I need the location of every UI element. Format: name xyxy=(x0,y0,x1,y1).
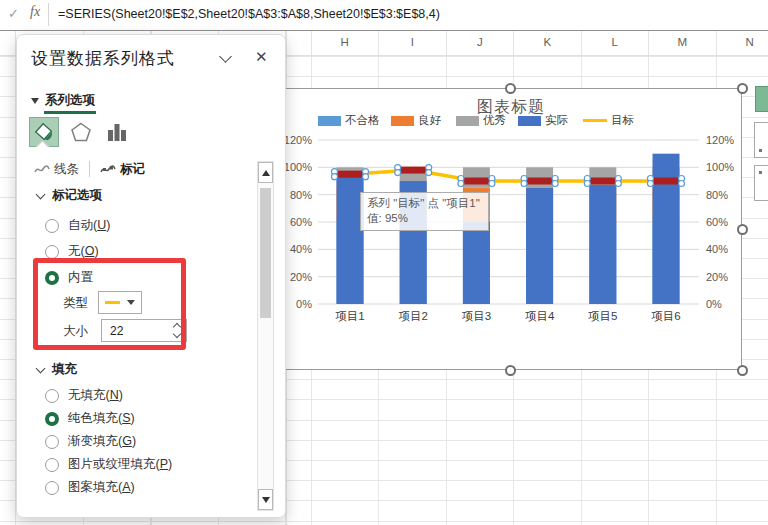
svg-text:40%: 40% xyxy=(706,243,728,255)
active-section-underline xyxy=(44,111,96,114)
tab-line[interactable]: 线条 xyxy=(34,161,79,178)
radio-icon[interactable] xyxy=(45,458,59,472)
svg-text:20%: 20% xyxy=(290,271,312,283)
chart-handle-right[interactable] xyxy=(737,224,748,235)
formula-bar: ✓ fx =SERIES(Sheet20!$E$2,Sheet20!$A$3:$… xyxy=(0,0,768,30)
chart-handle-bottom-right[interactable] xyxy=(737,365,748,376)
tab-marker[interactable]: 标记 xyxy=(100,161,145,178)
svg-text:100%: 100% xyxy=(706,161,734,173)
tab-marker-label: 标记 xyxy=(120,161,145,178)
svg-text:80%: 80% xyxy=(290,189,312,201)
formula-input[interactable]: =SERIES(Sheet20!$E$2,Sheet20!$A$3:$A$8,S… xyxy=(58,7,440,21)
fill-gradient-radio[interactable]: 渐变填充(G) xyxy=(45,433,136,450)
radio-label: 图片或纹理填充(P) xyxy=(68,456,172,473)
fill-pattern-radio[interactable]: 图案填充(A) xyxy=(45,479,135,496)
radio-icon[interactable] xyxy=(45,481,59,495)
clipped-button-1[interactable] xyxy=(754,122,768,158)
svg-text:80%: 80% xyxy=(706,189,728,201)
legend-item-实际[interactable]: 实际 xyxy=(518,113,568,128)
legend-item-良好[interactable]: 良好 xyxy=(391,113,441,128)
radio-icon[interactable] xyxy=(45,435,59,449)
fill-picture-radio[interactable]: 图片或纹理填充(P) xyxy=(45,456,172,473)
tooltip-series-line: 系列 "目标" 点 "项目1" xyxy=(367,196,482,211)
scroll-down-button[interactable] xyxy=(258,489,273,510)
triangle-down-icon xyxy=(31,98,39,104)
radio-label: 纯色填充(S) xyxy=(68,410,135,427)
legend-item-目标[interactable]: 目标 xyxy=(583,113,634,128)
legend-label: 目标 xyxy=(611,113,634,128)
chevron-down-icon xyxy=(36,363,46,373)
divider xyxy=(48,3,49,26)
radio-icon[interactable] xyxy=(45,219,59,233)
svg-text:120%: 120% xyxy=(284,134,312,146)
svg-text:项目2: 项目2 xyxy=(398,310,427,322)
radio-label: 无填充(N) xyxy=(68,387,123,404)
svg-text:60%: 60% xyxy=(706,216,728,228)
legend-item-不合格[interactable]: 不合格 xyxy=(318,113,380,128)
marker-auto-radio[interactable]: 自动(U) xyxy=(45,217,110,234)
scrollbar-thumb[interactable] xyxy=(260,188,271,318)
pane-scrollbar[interactable] xyxy=(257,161,274,511)
svg-text:40%: 40% xyxy=(290,243,312,255)
column-header-M[interactable]: M xyxy=(649,36,717,48)
paint-bucket-icon xyxy=(33,121,55,143)
legend-swatch xyxy=(518,116,541,126)
divider xyxy=(89,161,90,177)
svg-text:100%: 100% xyxy=(284,161,312,173)
chart-handle-top[interactable] xyxy=(505,83,516,94)
fx-icon[interactable]: fx xyxy=(30,4,40,20)
tab-line-label: 线条 xyxy=(54,161,79,178)
clipped-green-shape[interactable] xyxy=(755,86,768,112)
line-marker-tabs: 线条 标记 xyxy=(34,159,145,179)
plot-area[interactable]: 0%0%20%20%40%40%60%60%80%80%100%100%120%… xyxy=(279,89,741,369)
legend-swatch xyxy=(583,119,607,122)
close-icon[interactable]: ✕ xyxy=(255,48,268,66)
fill-section-header[interactable]: 填充 xyxy=(37,361,77,378)
svg-text:项目6: 项目6 xyxy=(651,310,680,322)
svg-text:20%: 20% xyxy=(706,271,728,283)
chart-handle-top-right[interactable] xyxy=(737,83,748,94)
legend-swatch xyxy=(456,116,479,126)
radio-label: 自动(U) xyxy=(68,217,110,234)
series-options-tab[interactable] xyxy=(102,117,132,147)
chart-canvas[interactable]: 图表标题 不合格良好优秀实际目标 0%0%20%20%40%40%60%60%8… xyxy=(278,88,742,370)
enter-check-icon[interactable]: ✓ xyxy=(8,6,19,21)
chart-legend[interactable]: 不合格良好优秀实际目标 xyxy=(279,113,743,129)
line-squiggle-icon xyxy=(34,163,50,175)
radio-icon[interactable] xyxy=(45,389,59,403)
marker-options-header[interactable]: 标记选项 xyxy=(37,187,102,204)
pentagon-icon xyxy=(69,120,93,144)
tooltip-value-line: 值: 95% xyxy=(367,211,482,226)
datapoint-tooltip: 系列 "目标" 点 "项目1" 值: 95% xyxy=(360,192,489,231)
scroll-up-icon xyxy=(262,170,270,176)
legend-item-优秀[interactable]: 优秀 xyxy=(456,113,506,128)
series-options-header[interactable]: 系列选项 xyxy=(31,92,95,109)
chevron-down-icon xyxy=(36,189,46,199)
fill-solid-radio[interactable]: 纯色填充(S) xyxy=(45,410,135,427)
legend-label: 实际 xyxy=(545,113,568,128)
chart-handle-bottom[interactable] xyxy=(505,365,516,376)
bar-chart-icon xyxy=(105,120,129,144)
column-header-L[interactable]: L xyxy=(581,36,649,48)
svg-text:120%: 120% xyxy=(706,134,734,146)
column-header-J[interactable]: J xyxy=(446,36,514,48)
column-header-K[interactable]: K xyxy=(514,36,582,48)
legend-swatch xyxy=(318,116,341,126)
svg-text:项目4: 项目4 xyxy=(525,310,555,322)
annotation-highlight-box xyxy=(33,258,186,350)
column-header-N[interactable]: N xyxy=(716,36,768,48)
series-options-label: 系列选项 xyxy=(45,92,95,109)
column-header-H[interactable]: H xyxy=(311,36,379,48)
radio-icon[interactable] xyxy=(45,245,59,259)
column-header-I[interactable]: I xyxy=(379,36,447,48)
effects-tab[interactable] xyxy=(66,117,96,147)
scroll-up-button[interactable] xyxy=(258,162,273,183)
chevron-down-icon[interactable] xyxy=(219,50,232,63)
radio-icon[interactable] xyxy=(45,412,59,426)
radio-label: 渐变填充(G) xyxy=(68,433,136,450)
scroll-down-icon xyxy=(262,497,270,503)
legend-label: 良好 xyxy=(418,113,441,128)
radio-label: 图案填充(A) xyxy=(68,479,135,496)
fill-none-radio[interactable]: 无填充(N) xyxy=(45,387,123,404)
clipped-button-2[interactable] xyxy=(754,165,768,201)
